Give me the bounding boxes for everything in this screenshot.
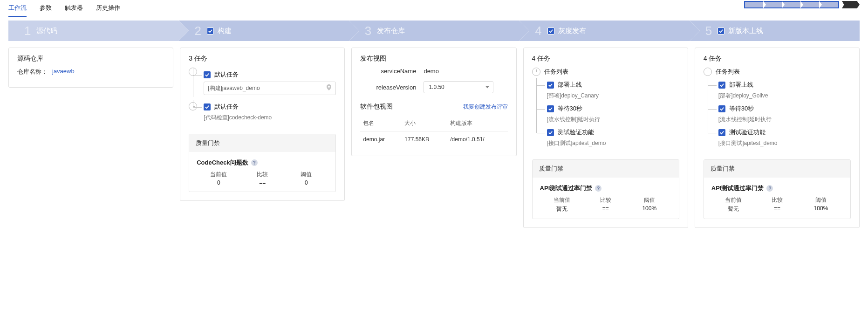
task-label: 部署上线 bbox=[729, 81, 753, 89]
clock-icon bbox=[704, 68, 712, 76]
task-item[interactable]: 默认任务 [代码检查]codecheck-demo bbox=[193, 100, 336, 124]
task-label: 默认任务 bbox=[214, 70, 239, 79]
panel-title: 4 任务 bbox=[532, 55, 679, 63]
stage-number: 2 bbox=[194, 24, 201, 38]
col-threshold-label: 阈值 bbox=[799, 196, 843, 204]
panel-golive: 4 任务 任务列表 部署上线 [部署]deploy_Golive 等待30秒 [… bbox=[695, 48, 860, 228]
col-compare-label: 比较 bbox=[584, 196, 628, 204]
task-checkbox-icon[interactable] bbox=[547, 105, 554, 112]
stage-canary[interactable]: 4 灰度发布 bbox=[519, 21, 689, 41]
col-compare-value: == bbox=[584, 205, 628, 212]
task-item[interactable]: 测试验证功能 [接口测试]apitest_demo bbox=[536, 125, 679, 149]
col-current-value: 暂无 bbox=[711, 205, 755, 213]
package-view-header: 软件包视图 bbox=[360, 103, 393, 111]
stage-title: 发布仓库 bbox=[377, 27, 405, 35]
task-checkbox-icon[interactable] bbox=[718, 105, 725, 112]
panels-row: 源码仓库 仓库名称： javaewb 3 任务 默认任务 [构建]javaweb… bbox=[0, 41, 868, 237]
tab-triggers[interactable]: 触发器 bbox=[65, 2, 83, 17]
quality-gate-metric-title: API测试通过率门禁 bbox=[540, 184, 593, 193]
stage-number: 5 bbox=[705, 24, 712, 38]
task-detail-text: [流水线控制]延时执行 bbox=[718, 116, 851, 124]
task-item[interactable]: 等待30秒 [流水线控制]延时执行 bbox=[708, 102, 851, 125]
top-bar: 工作流 参数 触发器 历史操作 bbox=[0, 0, 868, 19]
task-detail-text: [部署]deploy_Canary bbox=[547, 92, 679, 100]
task-label: 等待30秒 bbox=[729, 104, 754, 113]
panel-title: 3 任务 bbox=[189, 55, 336, 63]
col-compare-value: == bbox=[240, 179, 284, 186]
panel-title: 4 任务 bbox=[704, 55, 851, 63]
task-checkbox-icon[interactable] bbox=[718, 82, 725, 89]
stage-number: 4 bbox=[535, 24, 541, 38]
stage-release[interactable]: 3 发布仓库 bbox=[349, 21, 519, 41]
quality-gate-row: 当前值0 比较== 阈值0 bbox=[197, 171, 328, 186]
col-threshold-value: 100% bbox=[799, 205, 843, 212]
col-compare-value: == bbox=[755, 205, 799, 212]
col-compare-label: 比较 bbox=[240, 171, 284, 179]
release-version-select[interactable]: 1.0.50 bbox=[424, 81, 493, 93]
col-current-value: 暂无 bbox=[540, 205, 584, 213]
create-review-link[interactable]: 我要创建发布评审 bbox=[463, 103, 508, 111]
task-detail-input[interactable]: [构建]javaweb_demo bbox=[204, 82, 336, 95]
stage-checkbox-icon[interactable] bbox=[207, 28, 214, 34]
task-list-label: 任务列表 bbox=[716, 68, 851, 78]
col-current-label: 当前值 bbox=[197, 171, 240, 179]
minimap-tail bbox=[842, 1, 860, 8]
panel-source: 源码仓库 仓库名称： javaewb bbox=[8, 48, 173, 88]
col-threshold-value: 100% bbox=[628, 205, 671, 212]
panel-canary: 4 任务 任务列表 部署上线 [部署]deploy_Canary 等待30秒 [… bbox=[523, 48, 688, 228]
col-current-label: 当前值 bbox=[540, 196, 584, 204]
help-icon[interactable]: ? bbox=[595, 185, 601, 192]
stage-number: 3 bbox=[365, 24, 371, 38]
col-current-value: 0 bbox=[197, 179, 240, 186]
th-build: 构建版本 bbox=[447, 116, 507, 131]
task-item[interactable]: 部署上线 [部署]deploy_Golive bbox=[708, 78, 851, 102]
tab-strip: 工作流 参数 触发器 历史操作 bbox=[8, 0, 120, 17]
task-checkbox-icon[interactable] bbox=[547, 82, 554, 89]
cell-name: demo.jar bbox=[360, 131, 402, 148]
stage-checkbox-icon[interactable] bbox=[547, 28, 554, 34]
task-checkbox-icon[interactable] bbox=[547, 129, 554, 136]
stage-build[interactable]: 2 构建 bbox=[178, 21, 349, 41]
stage-source[interactable]: 1 源代码 bbox=[8, 21, 178, 41]
minimap-seg bbox=[764, 2, 782, 7]
quality-gate: 质量门禁 API测试通过率门禁 ? 当前值暂无 比较== 阈值100% bbox=[704, 159, 851, 219]
task-item[interactable]: 等待30秒 [流水线控制]延时执行 bbox=[536, 102, 679, 125]
col-compare-label: 比较 bbox=[755, 196, 799, 204]
quality-gate: 质量门禁 CodeCheck问题数 ? 当前值0 比较== 阈值0 bbox=[189, 134, 336, 192]
col-current-label: 当前值 bbox=[711, 196, 755, 204]
help-icon[interactable]: ? bbox=[251, 159, 258, 166]
task-label: 测试验证功能 bbox=[558, 128, 594, 137]
stage-checkbox-icon[interactable] bbox=[718, 28, 724, 34]
quality-gate-header: 质量门禁 bbox=[533, 160, 679, 178]
task-detail-text: [接口测试]apitest_demo bbox=[547, 139, 679, 147]
stage-number: 1 bbox=[24, 24, 31, 38]
task-item[interactable]: 测试验证功能 [接口测试]apitest_demo bbox=[708, 125, 851, 149]
tab-params[interactable]: 参数 bbox=[40, 2, 52, 17]
cell-size: 177.56KB bbox=[402, 131, 447, 148]
quality-gate-row: 当前值暂无 比较== 阈值100% bbox=[540, 196, 671, 213]
service-name-value: demo bbox=[424, 68, 439, 75]
quality-gate-row: 当前值暂无 比较== 阈值100% bbox=[711, 196, 843, 213]
task-checkbox-icon[interactable] bbox=[204, 103, 211, 110]
service-name-label: serviceName bbox=[374, 68, 416, 75]
tab-history[interactable]: 历史操作 bbox=[96, 2, 120, 17]
table-row[interactable]: demo.jar 177.56KB /demo/1.0.51/ bbox=[360, 131, 507, 148]
task-list-label: 任务列表 bbox=[544, 68, 679, 78]
task-item[interactable]: 默认任务 [构建]javaweb_demo bbox=[193, 68, 336, 97]
pipeline-minimap[interactable] bbox=[744, 1, 860, 8]
release-version-label: releaseVersion bbox=[374, 84, 416, 91]
task-checkbox-icon[interactable] bbox=[718, 129, 725, 136]
repo-name-link[interactable]: javaewb bbox=[52, 68, 75, 76]
stage-title: 新版本上线 bbox=[728, 27, 763, 35]
tab-workflow[interactable]: 工作流 bbox=[8, 2, 27, 17]
stage-golive[interactable]: 5 新版本上线 bbox=[690, 21, 860, 41]
quality-gate: 质量门禁 API测试通过率门禁 ? 当前值暂无 比较== 阈值100% bbox=[532, 159, 679, 219]
clock-icon bbox=[532, 68, 540, 76]
cell-build: /demo/1.0.51/ bbox=[447, 131, 507, 148]
task-label: 默认任务 bbox=[214, 103, 239, 111]
task-item[interactable]: 部署上线 [部署]deploy_Canary bbox=[536, 78, 679, 102]
task-tree: 任务列表 部署上线 [部署]deploy_Canary 等待30秒 [流水线控制… bbox=[532, 68, 679, 149]
task-checkbox-icon[interactable] bbox=[204, 71, 211, 78]
package-table: 包名 大小 构建版本 demo.jar 177.56KB /demo/1.0.5… bbox=[360, 116, 507, 147]
help-icon[interactable]: ? bbox=[766, 185, 773, 192]
